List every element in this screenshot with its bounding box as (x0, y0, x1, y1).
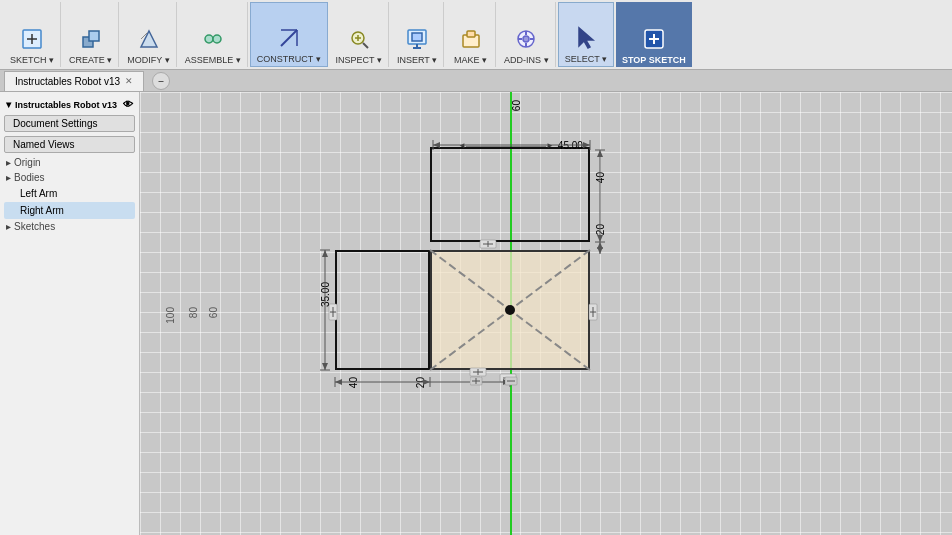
top-rectangle (430, 147, 590, 242)
select-label: SELECT ▾ (565, 54, 607, 64)
modify-label: MODIFY ▾ (127, 55, 169, 65)
dim-ruler-60: 60 (208, 307, 219, 318)
sidebar: ▾ Instructables Robot v13 👁 Document Set… (0, 92, 140, 535)
toolbar-group-inspect[interactable]: INSPECT ▾ (330, 2, 389, 67)
stop-sketch-label: STOP SKETCH (622, 55, 686, 65)
origin-expand-icon: ▸ (6, 157, 11, 168)
sidebar-section-origin[interactable]: ▸ Origin (4, 155, 135, 170)
modify-icon (135, 25, 163, 53)
insert-icon (403, 25, 431, 53)
dim-label-20b: 20 (415, 377, 426, 388)
construct-label: CONSTRUCT ▾ (257, 54, 321, 64)
stop-sketch-icon (640, 25, 668, 53)
document-settings-button[interactable]: Document Settings (4, 115, 135, 132)
assemble-icon (199, 25, 227, 53)
toolbar-group-addins[interactable]: ADD-INS ▾ (498, 2, 556, 67)
sidebar-title[interactable]: ▾ Instructables Robot v13 👁 (4, 96, 135, 113)
svg-rect-4 (89, 31, 99, 41)
dim-label-20-right: 20 (595, 224, 606, 235)
svg-line-9 (281, 30, 297, 46)
svg-point-8 (213, 35, 221, 43)
sidebar-section-bodies[interactable]: ▸ Bodies (4, 170, 135, 185)
zoom-indicator[interactable]: – (152, 72, 170, 90)
bottom-constraint-svg (470, 375, 500, 387)
insert-label: INSERT ▾ (397, 55, 437, 65)
sidebar-section-sketches[interactable]: ▸ Sketches (4, 219, 135, 234)
addins-label: ADD-INS ▾ (504, 55, 549, 65)
sketch-icon (18, 25, 46, 53)
select-icon (572, 24, 600, 52)
create-icon (77, 25, 105, 53)
construct-icon (275, 24, 303, 52)
svg-rect-21 (467, 31, 475, 37)
make-label: MAKE ▾ (454, 55, 487, 65)
addins-icon (512, 25, 540, 53)
dim-ruler-100: 100 (165, 307, 176, 324)
toolbar-group-make[interactable]: MAKE ▾ (446, 2, 496, 67)
make-icon (457, 25, 485, 53)
assemble-label: ASSEMBLE ▾ (185, 55, 241, 65)
inspect-label: INSPECT ▾ (336, 55, 382, 65)
dim-ruler-80: 80 (188, 307, 199, 318)
dim-label-35: 35.00 (320, 282, 331, 307)
svg-marker-5 (141, 31, 157, 47)
inspect-icon (345, 25, 373, 53)
sidebar-title-label: Instructables Robot v13 (15, 100, 117, 110)
svg-line-13 (363, 43, 368, 48)
toolbar-group-modify[interactable]: MODIFY ▾ (121, 2, 176, 67)
dim-label-40: 40 (595, 172, 606, 183)
main-area: ▾ Instructables Robot v13 👁 Document Set… (0, 92, 952, 535)
sidebar-item-right-arm[interactable]: Right Arm (4, 202, 135, 219)
svg-point-7 (205, 35, 213, 43)
dim-label-45: ◄——————————► 45.00 (458, 140, 583, 151)
svg-point-23 (523, 36, 529, 42)
svg-rect-17 (412, 33, 422, 41)
tab-label: Instructables Robot v13 (15, 76, 120, 87)
sidebar-item-left-arm[interactable]: Left Arm (4, 185, 135, 202)
toolbar-group-select[interactable]: SELECT ▾ (558, 2, 614, 67)
toolbar-group-insert[interactable]: INSERT ▾ (391, 2, 444, 67)
tab-close-icon[interactable]: ✕ (125, 76, 133, 86)
sidebar-eye-icon[interactable]: 👁 (123, 99, 133, 110)
svg-marker-28 (579, 28, 593, 48)
tabs-bar: Instructables Robot v13 ✕ – (0, 70, 952, 92)
diagonal-lines-svg (430, 250, 590, 370)
bodies-expand-icon: ▸ (6, 172, 11, 183)
toolbar-group-create[interactable]: CREATE ▾ (63, 2, 119, 67)
named-views-button[interactable]: Named Views (4, 136, 135, 153)
toolbar-group-sketch[interactable]: SKETCH ▾ (4, 2, 61, 67)
sketches-expand-icon: ▸ (6, 221, 11, 232)
svg-point-34 (505, 305, 515, 315)
create-label: CREATE ▾ (69, 55, 112, 65)
toolbar: SKETCH ▾ CREATE ▾ MODIFY ▾ (0, 0, 952, 70)
sketch-label: SKETCH ▾ (10, 55, 54, 65)
dim-label-40b: 40 (348, 377, 359, 388)
main-tab[interactable]: Instructables Robot v13 ✕ (4, 71, 144, 91)
toolbar-group-stop-sketch[interactable]: STOP SKETCH (616, 2, 692, 67)
canvas-area[interactable]: ◄——————————► 45.00 60 40 20 (140, 92, 952, 535)
dim-label-60-top: 60 (511, 100, 522, 111)
toolbar-group-construct[interactable]: CONSTRUCT ▾ (250, 2, 328, 67)
main-left-rectangle (335, 250, 430, 370)
toolbar-group-assemble[interactable]: ASSEMBLE ▾ (179, 2, 248, 67)
bottom-constraint2-svg (505, 375, 535, 387)
sidebar-collapse-icon: ▾ (6, 99, 11, 110)
